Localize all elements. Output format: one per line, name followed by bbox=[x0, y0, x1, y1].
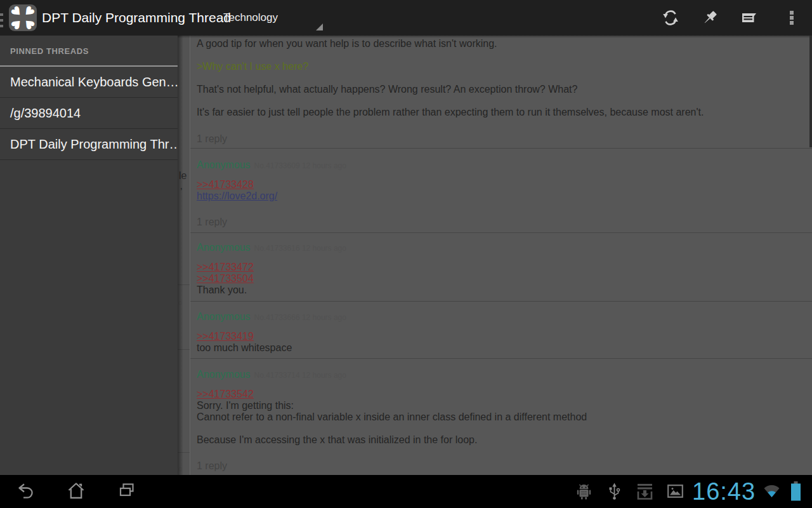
wifi-status bbox=[763, 483, 780, 501]
home-icon bbox=[67, 481, 86, 500]
poster-name: Anonymous bbox=[197, 369, 251, 380]
back-button[interactable] bbox=[16, 481, 36, 500]
overflow-menu-button[interactable] bbox=[787, 9, 797, 27]
gallery-icon bbox=[667, 485, 683, 498]
post-meta: No.41733616 12 hours ago bbox=[254, 244, 346, 253]
download-icon bbox=[636, 484, 653, 500]
post-text: A good tip for when you want help is to … bbox=[197, 38, 812, 50]
post-header: AnonymousNo.41733616 12 hours ago bbox=[197, 242, 812, 254]
quote-link[interactable]: >>41733419 bbox=[197, 331, 254, 342]
pinned-thread-item[interactable]: Mechanical Keyboards Gen… bbox=[0, 67, 178, 98]
quote-link[interactable]: >>41733472 bbox=[197, 262, 254, 273]
pin-button[interactable] bbox=[701, 9, 719, 27]
post[interactable]: AnonymousNo.41733666 12 hours ago >>4173… bbox=[190, 302, 812, 359]
post-meta: No.41733609 12 hours ago bbox=[254, 161, 346, 170]
post-text: That's not helpful, what actually happen… bbox=[197, 84, 812, 95]
reply-icon bbox=[740, 9, 758, 27]
refresh-button[interactable] bbox=[662, 9, 679, 27]
quote-link[interactable]: >>41733428 bbox=[197, 179, 254, 190]
post-meta: No.41733714 12 hours ago bbox=[254, 371, 346, 380]
reply-count[interactable]: 1 reply bbox=[197, 133, 812, 145]
blank-line bbox=[197, 423, 812, 434]
notification-download[interactable] bbox=[636, 484, 653, 502]
battery-icon bbox=[790, 481, 801, 501]
recents-button[interactable] bbox=[117, 481, 136, 500]
pinned-thread-item[interactable]: /g/39894014 bbox=[0, 98, 178, 129]
back-icon bbox=[16, 481, 36, 500]
post[interactable]: AnonymousNo.41733609 12 hours ago >>4173… bbox=[190, 149, 812, 233]
action-bar-shadow bbox=[178, 36, 812, 38]
clover-leaf-icon: ♥ bbox=[20, 15, 37, 32]
quote-link[interactable]: >>41733542 bbox=[197, 389, 254, 400]
post-text: too much whitespace bbox=[197, 342, 812, 354]
quote-link[interactable]: >>41733504 bbox=[197, 273, 254, 284]
poster-name: Anonymous bbox=[197, 159, 251, 170]
post[interactable]: A good tip for when you want help is to … bbox=[190, 36, 812, 149]
post-text: Cannot refer to a non-final variable x i… bbox=[197, 411, 812, 423]
notification-usb[interactable] bbox=[608, 483, 621, 504]
post-text: Sorry. I'm getting this: bbox=[197, 400, 812, 411]
action-bar: ♥ ♥ ♥ ♥ DPT Daily Programming Thread Tec… bbox=[0, 0, 812, 36]
board-spinner[interactable]: Technology bbox=[216, 0, 329, 36]
poster-name: Anonymous bbox=[197, 242, 251, 253]
notification-android-debug[interactable] bbox=[576, 483, 592, 503]
android-debug-icon bbox=[576, 483, 592, 500]
notification-gallery[interactable] bbox=[667, 485, 683, 500]
app-screen: ♥ ♥ ♥ ♥ DPT Daily Programming Thread Tec… bbox=[0, 0, 812, 508]
post-meta: No.41733666 12 hours ago bbox=[254, 313, 346, 322]
pinned-threads-header: PINNED THREADS bbox=[0, 36, 178, 67]
reply-count[interactable]: 1 reply bbox=[197, 460, 812, 472]
url-link[interactable]: https://love2d.org/ bbox=[197, 190, 277, 202]
post-header: AnonymousNo.41733609 12 hours ago bbox=[197, 159, 812, 171]
pinned-thread-item[interactable]: DPT Daily Programming Thr… bbox=[0, 129, 178, 160]
battery-status bbox=[790, 481, 801, 504]
system-navigation-bar: 16:43 bbox=[0, 475, 812, 508]
post-header: AnonymousNo.41733714 12 hours ago bbox=[197, 369, 812, 381]
refresh-icon bbox=[662, 9, 679, 27]
poster-name: Anonymous bbox=[197, 311, 251, 322]
drawer-shadow bbox=[178, 36, 183, 475]
post-header: AnonymousNo.41733666 12 hours ago bbox=[197, 311, 812, 323]
post[interactable]: AnonymousNo.41733714 12 hours ago >>4173… bbox=[190, 359, 812, 475]
board-spinner-label: Technology bbox=[223, 0, 278, 36]
spinner-caret-icon bbox=[316, 23, 323, 30]
post-text: Thank you. bbox=[197, 284, 812, 296]
post-list: A good tip for when you want help is to … bbox=[190, 36, 812, 475]
navigation-drawer: PINNED THREADS Mechanical Keyboards Gen…… bbox=[0, 36, 178, 475]
pin-icon bbox=[701, 9, 719, 27]
recents-icon bbox=[117, 481, 136, 500]
scrollbar[interactable] bbox=[809, 36, 812, 147]
app-logo-clover-icon[interactable]: ♥ ♥ ♥ ♥ bbox=[9, 4, 37, 31]
reply-button[interactable] bbox=[740, 9, 758, 27]
drawer-edge-icon[interactable] bbox=[0, 13, 3, 30]
post-text: Because I'm accessing the x that was ini… bbox=[197, 434, 812, 446]
post-greentext: >Why can't I use x here? bbox=[197, 61, 812, 72]
wifi-icon bbox=[763, 483, 780, 498]
usb-icon bbox=[608, 483, 621, 501]
reply-count[interactable]: 1 reply bbox=[197, 217, 812, 228]
post-text: It's far easier to just tell people the … bbox=[197, 107, 812, 118]
home-button[interactable] bbox=[67, 481, 86, 500]
post[interactable]: AnonymousNo.41733616 12 hours ago >>4173… bbox=[190, 233, 812, 302]
system-clock: 16:43 bbox=[692, 478, 756, 505]
thread-title: DPT Daily Programming Thread bbox=[42, 0, 231, 36]
overflow-menu-icon bbox=[787, 9, 797, 27]
